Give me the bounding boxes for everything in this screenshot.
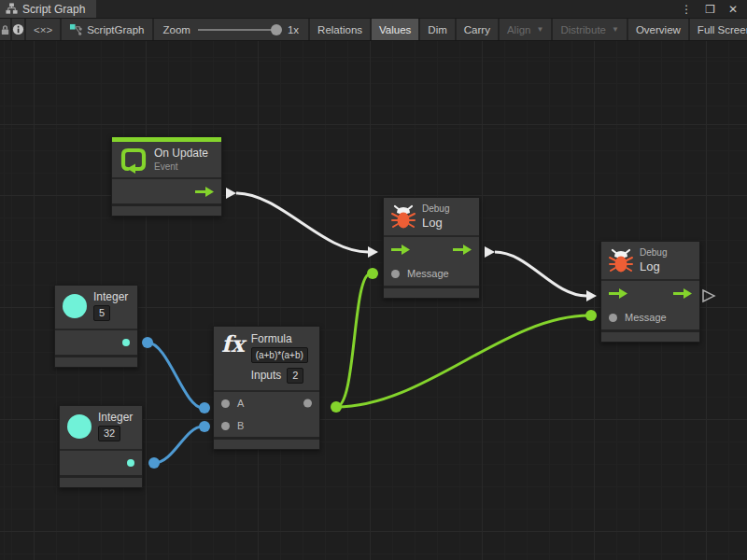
fullscreen-button[interactable]: Full Screen (690, 19, 747, 40)
flow-output-port[interactable] (195, 187, 214, 197)
flow-wire-log1-to-log2[interactable] (495, 252, 586, 296)
node-title: Log (422, 216, 449, 230)
node-title: On Update (154, 147, 208, 160)
node-title: Integer (93, 291, 128, 303)
flow-input-port[interactable] (391, 245, 410, 255)
breadcrumb-label: ScriptGraph (87, 24, 144, 35)
zoom-slider[interactable] (198, 29, 280, 31)
flow-wire-arrowhead (586, 290, 597, 301)
node-title: Integer (98, 412, 133, 424)
value-wire-formula-to-log2[interactable] (336, 315, 589, 407)
lock-button[interactable] (0, 19, 12, 40)
input-b-port[interactable] (221, 422, 230, 430)
node-footer (60, 478, 142, 487)
wire-endpoint (148, 457, 160, 469)
node-integer-2[interactable]: Integer 32 (59, 405, 143, 488)
message-input-port[interactable] (609, 314, 617, 322)
wire-endpoint (142, 337, 153, 348)
wire-endpoint (199, 402, 210, 413)
node-on-update[interactable]: On Update Event (111, 136, 222, 217)
zoom-slider-knob[interactable] (271, 24, 282, 35)
node-footer (112, 206, 221, 216)
node-category: Debug (422, 203, 449, 214)
node-debug-log-2[interactable]: Debug Log Message (600, 241, 700, 343)
integer-value-field[interactable]: 5 (93, 305, 110, 321)
graph-canvas[interactable]: On Update Event (0, 41, 747, 560)
dim-button[interactable]: Dim (420, 19, 456, 40)
node-subtitle: Event (154, 161, 208, 172)
value-wire-formula-to-log1[interactable] (336, 273, 371, 407)
distribute-button[interactable]: Distribute ▼ (553, 19, 628, 40)
wire-endpoint (585, 310, 597, 321)
input-b-row: B (214, 414, 319, 437)
unconnected-flow-arrowhead[interactable] (703, 290, 714, 301)
update-loop-icon (120, 146, 148, 174)
input-b-label: B (237, 420, 244, 431)
overview-label: Overview (636, 24, 681, 35)
chevron-down-icon: ▼ (537, 25, 544, 34)
zoom-value: 1x (288, 24, 299, 35)
value-output-row (55, 330, 137, 355)
formula-output-port[interactable] (303, 399, 312, 408)
overview-button[interactable]: Overview (628, 19, 690, 40)
integer-type-icon (63, 294, 87, 318)
flow-row (384, 237, 479, 261)
input-a-row: A (214, 392, 319, 414)
edit-graph-button[interactable]: <×> (26, 19, 62, 40)
node-footer (384, 288, 479, 298)
debug-bug-icon (391, 204, 416, 229)
tab-title: Script Graph (22, 3, 85, 16)
flow-output-port[interactable] (673, 288, 692, 299)
node-footer (55, 357, 137, 367)
debug-bug-icon (609, 248, 633, 273)
value-wire-int32-to-b[interactable] (154, 427, 203, 463)
carry-label: Carry (464, 24, 490, 35)
node-debug-log-1[interactable]: Debug Log Message (383, 197, 480, 299)
close-icon[interactable]: ✕ (728, 3, 738, 16)
node-formula[interactable]: fx Formula (a+b)*(a+b) Inputs 2 A B (213, 326, 320, 450)
wire-endpoint (199, 421, 210, 432)
values-label: Values (379, 24, 411, 35)
flow-output-row (112, 179, 221, 203)
flow-row (601, 281, 699, 305)
input-a-port[interactable] (221, 399, 230, 408)
message-input-port[interactable] (391, 270, 400, 278)
graph-hierarchy-icon (6, 3, 18, 15)
chevron-down-icon: ▼ (612, 25, 619, 34)
formula-expression-field[interactable]: (a+b)*(a+b) (251, 347, 308, 363)
info-icon (12, 23, 24, 35)
node-footer (214, 440, 319, 449)
maximize-icon[interactable]: ❒ (705, 3, 715, 16)
integer-output-port[interactable] (122, 339, 130, 346)
message-label: Message (625, 312, 667, 323)
node-integer-1[interactable]: Integer 5 (54, 285, 138, 368)
wire-endpoint (367, 268, 378, 279)
values-button[interactable]: Values (372, 19, 420, 40)
info-button[interactable] (12, 19, 26, 40)
message-label: Message (407, 268, 449, 279)
align-button[interactable]: Align ▼ (500, 19, 554, 40)
integer-output-port[interactable] (127, 459, 134, 467)
flow-input-port[interactable] (609, 288, 627, 299)
inputs-count-field[interactable]: 2 (287, 368, 303, 384)
lock-icon (0, 24, 10, 35)
tab-script-graph[interactable]: Script Graph (0, 0, 96, 18)
flow-wire-onupdate-to-log1[interactable] (236, 193, 368, 252)
carry-button[interactable]: Carry (457, 19, 500, 40)
value-wire-int5-to-a[interactable] (148, 343, 203, 408)
inputs-label: Inputs (251, 370, 282, 382)
relations-button[interactable]: Relations (310, 19, 372, 40)
flow-output-port[interactable] (453, 245, 472, 255)
integer-value-field[interactable]: 32 (98, 426, 120, 441)
window-controls: ⋮ ❒ ✕ (681, 0, 747, 18)
code-brackets-icon: <×> (34, 24, 52, 35)
script-graph-window: Script Graph ⋮ ❒ ✕ <×> (0, 0, 747, 560)
zoom-label: Zoom (163, 24, 190, 35)
input-a-label: A (237, 398, 244, 409)
breadcrumb[interactable]: ScriptGraph (62, 19, 153, 40)
menu-icon[interactable]: ⋮ (681, 3, 692, 16)
value-output-row (60, 451, 142, 475)
fullscreen-label: Full Screen (698, 24, 747, 35)
graph-toolbar: <×> ScriptGraph Zoom 1x Relations Values (0, 19, 747, 41)
zoom-control: Zoom 1x (154, 19, 311, 40)
